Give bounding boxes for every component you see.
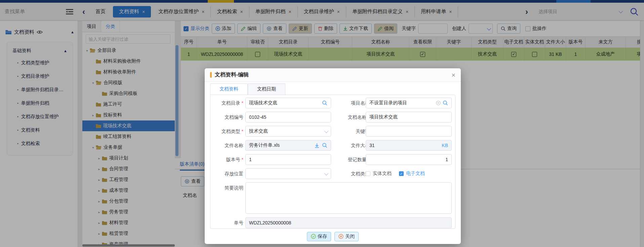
doc-catalog-field[interactable]: 现场技术交底 xyxy=(245,98,331,108)
version-label: 版本号 xyxy=(211,154,243,165)
dialog-header: 文档资料-编辑 × xyxy=(205,68,461,82)
summary-textarea[interactable] xyxy=(245,182,452,214)
doc-code-field[interactable]: 0102-45 xyxy=(245,112,331,122)
save-button[interactable]: 保存 xyxy=(307,232,331,241)
storage-location-label: 存放位置 xyxy=(211,168,243,179)
file-size-field[interactable]: 31 KB xyxy=(366,140,452,151)
search-icon[interactable] xyxy=(443,100,448,106)
checkbox-icon xyxy=(366,171,370,176)
project-name-field[interactable]: 不设置目录的项目 xyxy=(366,98,452,108)
doc-name-field[interactable]: 项目技术交底 xyxy=(366,112,452,122)
close-dialog-icon[interactable]: × xyxy=(451,72,455,78)
quantity-field[interactable]: 1 xyxy=(366,154,452,165)
quantity-label: 登记数量 xyxy=(337,154,370,165)
tab-document-dates[interactable]: 文档日期 xyxy=(248,83,285,95)
check-circle-icon xyxy=(311,234,316,239)
summary-label: 简要说明 xyxy=(211,182,243,193)
download-icon[interactable] xyxy=(315,143,319,148)
dialog-footer: 保存 关闭 xyxy=(205,229,461,244)
search-icon[interactable] xyxy=(322,100,327,106)
storage-location-select[interactable] xyxy=(245,168,331,179)
checkbox-checked-icon: ✓ xyxy=(399,171,404,176)
doc-category-group: 实体文档 ✓电子文档 xyxy=(366,168,425,179)
doc-code-label: 文档编号 xyxy=(211,112,243,122)
doc-category-label: 文档类别 xyxy=(337,168,370,179)
screen: 查找菜单 ‹ 首页 文档资料× 文档存放位置维护× 文档检索× 单据附件归档× … xyxy=(0,0,644,247)
search-icon[interactable] xyxy=(322,143,327,148)
file-name-field[interactable]: 劳务计件单.xls xyxy=(245,140,331,151)
x-circle-icon xyxy=(338,234,344,239)
bill-no-label: 单号 xyxy=(211,217,243,228)
chevron-down-icon xyxy=(324,129,329,133)
doc-type-select[interactable]: 技术交底 xyxy=(245,126,331,137)
chevron-down-icon xyxy=(324,171,329,175)
file-name-label: 文件名称 xyxy=(211,140,243,151)
doc-name-label: 文档名称 xyxy=(337,112,370,122)
file-size-label: 文件大小 xyxy=(337,140,370,151)
keyword-field[interactable] xyxy=(366,126,452,137)
doc-type-label: 文档类型 xyxy=(211,126,243,137)
version-field[interactable]: 1 xyxy=(245,154,331,165)
doc-catalog-label: 文档目录 xyxy=(211,98,243,108)
physical-doc-checkbox[interactable]: 实体文档 xyxy=(366,171,392,177)
clear-icon[interactable] xyxy=(436,101,441,105)
edit-document-dialog: 文档资料-编辑 × 文档资料 文档日期 文档目录 现场技术交底 项目名称 不设置… xyxy=(205,68,461,244)
close-button[interactable]: 关闭 xyxy=(334,232,359,241)
tab-document-info[interactable]: 文档资料 xyxy=(210,83,248,95)
title-accent-bar xyxy=(210,72,212,78)
project-name-label: 项目名称 xyxy=(337,98,370,108)
size-unit: KB xyxy=(442,143,448,148)
bill-no-field[interactable]: WDZL20250000008 xyxy=(245,217,452,228)
dialog-title: 文档资料-编辑 xyxy=(215,71,249,78)
keyword-label: 关键字 xyxy=(337,126,370,137)
dialog-tabs: 文档资料 文档日期 xyxy=(210,83,285,95)
electronic-doc-checkbox[interactable]: ✓电子文档 xyxy=(399,171,425,177)
